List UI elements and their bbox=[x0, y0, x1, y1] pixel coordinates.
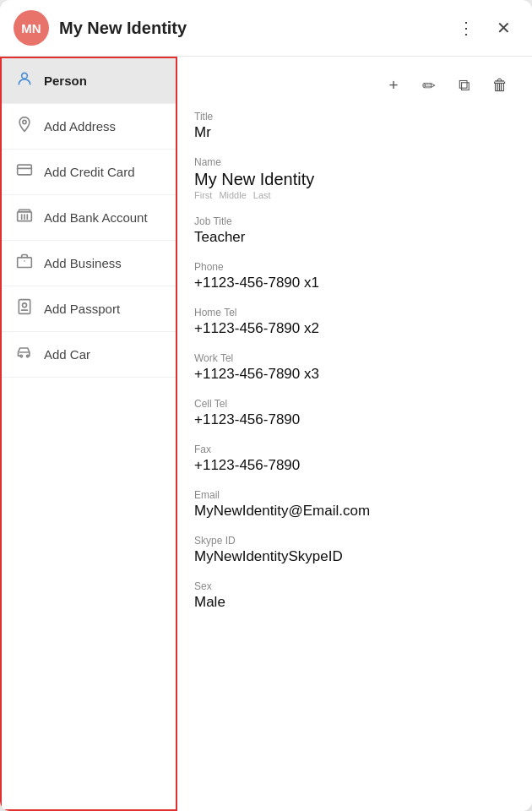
field-email: EmailMyNewIdentity@Email.com bbox=[194, 489, 515, 520]
field-label-sex: Sex bbox=[194, 580, 515, 592]
copy-button[interactable]: ⧉ bbox=[449, 70, 480, 101]
field-label-cell-tel: Cell Tel bbox=[194, 398, 515, 410]
sidebar-item-passport[interactable]: Add Passport bbox=[2, 286, 176, 332]
car-icon bbox=[15, 344, 34, 365]
field-value-name: My New Identity bbox=[194, 170, 515, 189]
sidebar-item-person[interactable]: Person bbox=[2, 58, 176, 104]
field-sex: SexMale bbox=[194, 580, 515, 611]
toolbar: + ✏ ⧉ 🗑 bbox=[194, 65, 515, 111]
svg-rect-2 bbox=[18, 165, 32, 175]
field-value-phone: +1123-456-7890 x1 bbox=[194, 275, 515, 291]
credit-card-icon bbox=[15, 161, 34, 182]
sidebar-item-car[interactable]: Add Car bbox=[2, 332, 176, 378]
name-hints: FirstMiddleLast bbox=[194, 190, 515, 200]
svg-rect-8 bbox=[18, 258, 32, 268]
main-card: MN My New Identity ⋮ ✕ PersonAdd Address… bbox=[0, 0, 532, 811]
sidebar-item-label-credit-card: Add Credit Card bbox=[44, 165, 135, 179]
field-label-name: Name bbox=[194, 156, 515, 168]
person-icon bbox=[15, 70, 34, 91]
sidebar: PersonAdd AddressAdd Credit CardAdd Bank… bbox=[0, 57, 177, 811]
sidebar-item-label-address: Add Address bbox=[44, 119, 116, 133]
field-value-cell-tel: +1123-456-7890 bbox=[194, 411, 515, 428]
field-value-sex: Male bbox=[194, 594, 515, 611]
main-content: + ✏ ⧉ 🗑 TitleMrNameMy New IdentityFirstM… bbox=[177, 57, 532, 811]
sidebar-item-label-car: Add Car bbox=[44, 347, 90, 362]
sidebar-item-label-bank-account: Add Bank Account bbox=[44, 210, 148, 225]
close-button[interactable]: ✕ bbox=[488, 13, 518, 43]
sidebar-item-bank-account[interactable]: Add Bank Account bbox=[2, 195, 176, 241]
sidebar-item-label-business: Add Business bbox=[44, 256, 122, 270]
page-title: My New Identity bbox=[59, 19, 451, 38]
field-cell-tel: Cell Tel+1123-456-7890 bbox=[194, 398, 515, 428]
sidebar-item-business[interactable]: Add Business bbox=[2, 241, 176, 286]
field-phone: Phone+1123-456-7890 x1 bbox=[194, 261, 515, 291]
svg-point-11 bbox=[23, 303, 27, 308]
sidebar-item-credit-card[interactable]: Add Credit Card bbox=[2, 150, 176, 195]
field-fax: Fax+1123-456-7890 bbox=[194, 444, 515, 474]
edit-button[interactable]: ✏ bbox=[414, 70, 444, 101]
field-name: NameMy New IdentityFirstMiddleLast bbox=[194, 156, 515, 200]
field-title: TitleMr bbox=[194, 111, 515, 141]
more-options-button[interactable]: ⋮ bbox=[451, 13, 481, 43]
field-job-title: Job TitleTeacher bbox=[194, 215, 515, 246]
field-value-title: Mr bbox=[194, 124, 515, 141]
body: PersonAdd AddressAdd Credit CardAdd Bank… bbox=[0, 57, 532, 811]
business-icon bbox=[15, 253, 34, 274]
field-value-home-tel: +1123-456-7890 x2 bbox=[194, 320, 515, 337]
passport-icon bbox=[15, 298, 34, 319]
svg-point-1 bbox=[23, 120, 26, 123]
add-button[interactable]: + bbox=[378, 70, 409, 101]
field-work-tel: Work Tel+1123-456-7890 x3 bbox=[194, 352, 515, 383]
header: MN My New Identity ⋮ ✕ bbox=[0, 0, 532, 57]
field-value-job-title: Teacher bbox=[194, 229, 515, 246]
delete-button[interactable]: 🗑 bbox=[485, 70, 515, 101]
field-label-email: Email bbox=[194, 489, 515, 501]
field-label-phone: Phone bbox=[194, 261, 515, 273]
field-label-home-tel: Home Tel bbox=[194, 307, 515, 318]
field-value-email: MyNewIdentity@Email.com bbox=[194, 503, 515, 520]
sidebar-item-label-person: Person bbox=[44, 73, 87, 88]
bank-icon bbox=[15, 207, 34, 228]
header-icons: ⋮ ✕ bbox=[451, 13, 518, 43]
field-label-title: Title bbox=[194, 111, 515, 122]
svg-point-0 bbox=[22, 73, 28, 79]
field-label-fax: Fax bbox=[194, 444, 515, 455]
field-value-work-tel: +1123-456-7890 x3 bbox=[194, 366, 515, 383]
field-home-tel: Home Tel+1123-456-7890 x2 bbox=[194, 307, 515, 337]
svg-point-13 bbox=[20, 355, 23, 357]
field-label-work-tel: Work Tel bbox=[194, 352, 515, 364]
avatar: MN bbox=[14, 10, 49, 46]
field-value-fax: +1123-456-7890 bbox=[194, 457, 515, 474]
location-icon bbox=[15, 116, 34, 137]
sidebar-item-label-passport: Add Passport bbox=[44, 302, 120, 316]
sidebar-item-address[interactable]: Add Address bbox=[2, 104, 176, 150]
field-value-skype-id: MyNewIdentitySkypeID bbox=[194, 548, 515, 565]
field-label-job-title: Job Title bbox=[194, 215, 515, 227]
field-label-skype-id: Skype ID bbox=[194, 535, 515, 547]
field-skype-id: Skype IDMyNewIdentitySkypeID bbox=[194, 535, 515, 565]
